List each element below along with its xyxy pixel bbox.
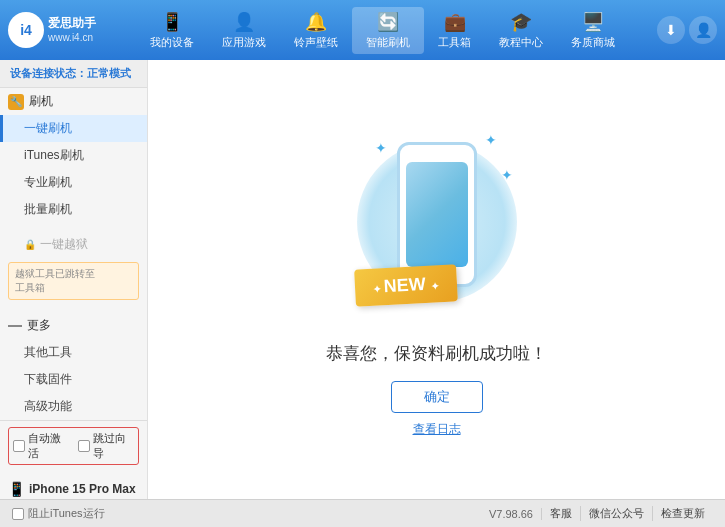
footer-left: 阻止iTunes运行 (12, 506, 481, 521)
sidebar-section-more[interactable]: 更多 (0, 312, 147, 339)
logo-text: 爱思助手 www.i4.cn (48, 16, 96, 45)
confirm-button[interactable]: 确定 (391, 381, 483, 413)
lock-icon: 🔒 (24, 239, 36, 250)
device-row: 📱 iPhone 15 Pro Max (8, 481, 139, 497)
star-icon-2: ✦ (485, 132, 497, 148)
device-info: 📱 iPhone 15 Pro Max 512GB iPhone (0, 475, 147, 499)
logo-icon: i4 (8, 12, 44, 48)
footer-itunes-checkbox[interactable] (12, 508, 24, 520)
sidebar-item-one-click-flash[interactable]: 一键刷机 (0, 115, 147, 142)
footer-right: V7.98.66 客服 微信公众号 检查更新 (481, 506, 713, 521)
auto-activate-cb-box[interactable] (13, 440, 25, 452)
device-storage: 512GB (8, 497, 139, 499)
new-ribbon: NEW (354, 264, 458, 306)
logo-area: i4 爱思助手 www.i4.cn (8, 12, 128, 48)
footer-link-wechat[interactable]: 微信公众号 (581, 506, 653, 521)
nav-tab-apps-games[interactable]: 👤 应用游戏 (208, 7, 280, 54)
phone-screen (406, 162, 468, 267)
flash-section-icon: 🔧 (8, 94, 24, 110)
apps-games-icon: 👤 (233, 11, 255, 33)
nav-tab-smart-flash[interactable]: 🔄 智能刷机 (352, 7, 424, 54)
nav-tab-tutorial[interactable]: 🎓 教程中心 (485, 7, 557, 54)
nav-tabs: 📱 我的设备 👤 应用游戏 🔔 铃声壁纸 🔄 智能刷机 💼 工具箱 🎓 教程中心… (128, 7, 637, 54)
main-content: NEW ✦ ✦ ✦ 恭喜您，保资料刷机成功啦！ 确定 查看日志 (148, 60, 725, 499)
sidebar-item-other-tools[interactable]: 其他工具 (0, 339, 147, 366)
toolbox-icon: 💼 (444, 11, 466, 33)
footer-link-guest[interactable]: 客服 (542, 506, 581, 521)
star-icon-3: ✦ (501, 167, 513, 183)
sidebar: 设备连接状态：正常模式 🔧 刷机 一键刷机 iTunes刷机 专业刷机 批量刷机… (0, 60, 148, 499)
my-device-icon: 📱 (161, 11, 183, 33)
log-link[interactable]: 查看日志 (413, 421, 461, 438)
sidebar-item-itunes-flash[interactable]: iTunes刷机 (0, 142, 147, 169)
footer-itunes-label: 阻止iTunes运行 (28, 506, 105, 521)
download-button[interactable]: ⬇ (657, 16, 685, 44)
sidebar-item-batch-flash[interactable]: 批量刷机 (0, 196, 147, 223)
more-section-icon (8, 325, 22, 327)
ringtone-icon: 🔔 (305, 11, 327, 33)
nav-tab-my-device[interactable]: 📱 我的设备 (136, 7, 208, 54)
nav-tab-toolbox[interactable]: 💼 工具箱 (424, 7, 485, 54)
sidebar-checkboxes: 自动激活 跳过向导 (0, 420, 147, 475)
auto-activate-checkbox[interactable]: 自动激活 (13, 431, 70, 461)
checkbox-row: 自动激活 跳过向导 (8, 427, 139, 465)
device-phone-icon: 📱 (8, 481, 25, 497)
content-area: 设备连接状态：正常模式 🔧 刷机 一键刷机 iTunes刷机 专业刷机 批量刷机… (0, 60, 725, 499)
star-icon-1: ✦ (375, 140, 387, 156)
skip-guide-cb-box[interactable] (78, 440, 90, 452)
skip-guide-checkbox[interactable]: 跳过向导 (78, 431, 135, 461)
sidebar-item-advanced[interactable]: 高级功能 (0, 393, 147, 420)
header-right: ⬇ 👤 (637, 16, 717, 44)
footer-version: V7.98.66 (481, 508, 542, 520)
sidebar-section-flash[interactable]: 🔧 刷机 (0, 88, 147, 115)
user-button[interactable]: 👤 (689, 16, 717, 44)
smart-flash-icon: 🔄 (377, 11, 399, 33)
header: i4 爱思助手 www.i4.cn 📱 我的设备 👤 应用游戏 🔔 铃声壁纸 🔄… (0, 0, 725, 60)
success-text: 恭喜您，保资料刷机成功啦！ (326, 342, 547, 365)
tutorial-icon: 🎓 (510, 11, 532, 33)
footer: 阻止iTunes运行 V7.98.66 客服 微信公众号 检查更新 (0, 499, 725, 527)
sidebar-item-jailbreak-disabled: 🔒 一键越狱 (0, 231, 147, 258)
sidebar-status: 设备连接状态：正常模式 (0, 60, 147, 88)
success-illustration: NEW ✦ ✦ ✦ (347, 122, 527, 322)
nav-tab-service[interactable]: 🖥️ 务质商城 (557, 7, 629, 54)
footer-link-check-update[interactable]: 检查更新 (653, 506, 713, 521)
sidebar-item-pro-flash[interactable]: 专业刷机 (0, 169, 147, 196)
jailbreak-note: 越狱工具已跳转至 工具箱 (8, 262, 139, 300)
sidebar-item-download-firmware[interactable]: 下载固件 (0, 366, 147, 393)
nav-tab-ringtone[interactable]: 🔔 铃声壁纸 (280, 7, 352, 54)
service-icon: 🖥️ (582, 11, 604, 33)
